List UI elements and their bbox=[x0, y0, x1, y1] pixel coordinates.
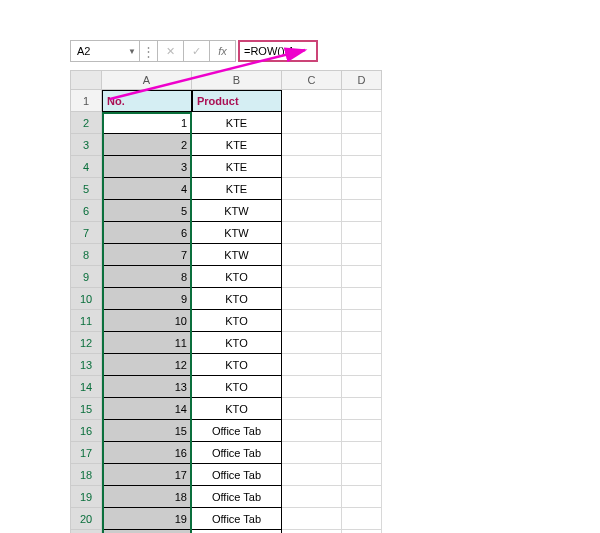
cell[interactable] bbox=[342, 156, 382, 178]
cell-a[interactable]: 6 bbox=[102, 222, 192, 244]
cell-b[interactable]: KTE bbox=[192, 178, 282, 200]
cell[interactable] bbox=[342, 376, 382, 398]
cell[interactable] bbox=[282, 508, 342, 530]
header-cell-product[interactable]: Product bbox=[192, 90, 282, 112]
cell-a[interactable]: 16 bbox=[102, 442, 192, 464]
row-header[interactable]: 19 bbox=[70, 486, 102, 508]
spreadsheet-grid[interactable]: A B C D 1No.Product21KTE32KTE43KTE54KTE6… bbox=[70, 70, 530, 533]
select-all-corner[interactable] bbox=[70, 70, 102, 90]
cell-a[interactable]: 14 bbox=[102, 398, 192, 420]
cell-b[interactable]: KTO bbox=[192, 310, 282, 332]
cell-a[interactable]: 7 bbox=[102, 244, 192, 266]
cell[interactable] bbox=[342, 420, 382, 442]
cell-a[interactable]: 17 bbox=[102, 464, 192, 486]
cell-b[interactable]: KTE bbox=[192, 156, 282, 178]
accept-button[interactable]: ✓ bbox=[184, 40, 210, 62]
cell-a[interactable]: 12 bbox=[102, 354, 192, 376]
cell[interactable] bbox=[282, 420, 342, 442]
cell-a[interactable]: 1 bbox=[102, 112, 192, 134]
row-header[interactable]: 7 bbox=[70, 222, 102, 244]
cell[interactable] bbox=[342, 398, 382, 420]
cell[interactable] bbox=[342, 112, 382, 134]
cell[interactable] bbox=[342, 332, 382, 354]
row-header[interactable]: 3 bbox=[70, 134, 102, 156]
cell[interactable] bbox=[282, 156, 342, 178]
cell[interactable] bbox=[342, 464, 382, 486]
cell[interactable] bbox=[342, 508, 382, 530]
row-header[interactable]: 13 bbox=[70, 354, 102, 376]
cell-b[interactable]: KTE bbox=[192, 134, 282, 156]
cell-b[interactable]: Office Tab bbox=[192, 420, 282, 442]
cell[interactable] bbox=[342, 288, 382, 310]
col-header-a[interactable]: A bbox=[102, 70, 192, 90]
cell-a[interactable]: 18 bbox=[102, 486, 192, 508]
cell[interactable] bbox=[342, 442, 382, 464]
cell[interactable] bbox=[342, 178, 382, 200]
row-header[interactable]: 14 bbox=[70, 376, 102, 398]
cell[interactable] bbox=[282, 398, 342, 420]
cell-b[interactable]: Office Tab bbox=[192, 464, 282, 486]
cell-a[interactable]: 4 bbox=[102, 178, 192, 200]
row-header[interactable]: 6 bbox=[70, 200, 102, 222]
cell[interactable] bbox=[342, 200, 382, 222]
row-header[interactable]: 4 bbox=[70, 156, 102, 178]
cell-a[interactable]: 2 bbox=[102, 134, 192, 156]
cell-b[interactable]: Office Tab bbox=[192, 442, 282, 464]
header-cell-no[interactable]: No. bbox=[102, 90, 192, 112]
row-header[interactable]: 18 bbox=[70, 464, 102, 486]
cell[interactable] bbox=[282, 90, 342, 112]
cell-a[interactable]: 11 bbox=[102, 332, 192, 354]
cell[interactable] bbox=[342, 222, 382, 244]
cell[interactable] bbox=[282, 200, 342, 222]
cell-a[interactable]: 8 bbox=[102, 266, 192, 288]
row-header[interactable]: 10 bbox=[70, 288, 102, 310]
cell[interactable] bbox=[342, 134, 382, 156]
fx-button[interactable]: fx bbox=[210, 40, 236, 62]
cell-a[interactable]: 5 bbox=[102, 200, 192, 222]
cell-b[interactable]: KTO bbox=[192, 376, 282, 398]
cell-a[interactable]: 9 bbox=[102, 288, 192, 310]
cell[interactable] bbox=[282, 376, 342, 398]
cell[interactable] bbox=[342, 266, 382, 288]
cell[interactable] bbox=[282, 332, 342, 354]
cell-b[interactable]: KTO bbox=[192, 288, 282, 310]
cell[interactable] bbox=[282, 464, 342, 486]
cell-b[interactable]: KTW bbox=[192, 222, 282, 244]
row-header[interactable]: 5 bbox=[70, 178, 102, 200]
cell[interactable] bbox=[342, 310, 382, 332]
row-header[interactable]: 16 bbox=[70, 420, 102, 442]
cell[interactable] bbox=[282, 178, 342, 200]
cell-b[interactable]: KTO bbox=[192, 398, 282, 420]
cell[interactable] bbox=[342, 354, 382, 376]
row-header[interactable]: 2 bbox=[70, 112, 102, 134]
cell[interactable] bbox=[282, 134, 342, 156]
cell[interactable] bbox=[282, 486, 342, 508]
col-header-b[interactable]: B bbox=[192, 70, 282, 90]
row-header[interactable]: 1 bbox=[70, 90, 102, 112]
cell-b[interactable]: KTO bbox=[192, 266, 282, 288]
col-header-d[interactable]: D bbox=[342, 70, 382, 90]
cell[interactable] bbox=[282, 288, 342, 310]
cell-a[interactable]: 13 bbox=[102, 376, 192, 398]
cancel-button[interactable]: ✕ bbox=[158, 40, 184, 62]
cell-b[interactable]: KTW bbox=[192, 244, 282, 266]
row-header[interactable]: 8 bbox=[70, 244, 102, 266]
cell[interactable] bbox=[282, 442, 342, 464]
cell[interactable] bbox=[282, 244, 342, 266]
formula-input[interactable]: =ROW()-1 bbox=[238, 40, 318, 62]
cell-a[interactable]: 3 bbox=[102, 156, 192, 178]
cell[interactable] bbox=[282, 354, 342, 376]
col-header-c[interactable]: C bbox=[282, 70, 342, 90]
row-header[interactable]: 11 bbox=[70, 310, 102, 332]
cell[interactable] bbox=[282, 266, 342, 288]
cell-a[interactable]: 15 bbox=[102, 420, 192, 442]
cell[interactable] bbox=[282, 310, 342, 332]
cell-a[interactable]: 19 bbox=[102, 508, 192, 530]
cell[interactable] bbox=[282, 112, 342, 134]
cell[interactable] bbox=[282, 222, 342, 244]
cell-b[interactable]: KTO bbox=[192, 332, 282, 354]
row-header[interactable]: 12 bbox=[70, 332, 102, 354]
row-header[interactable]: 15 bbox=[70, 398, 102, 420]
row-header[interactable]: 20 bbox=[70, 508, 102, 530]
cell-b[interactable]: KTE bbox=[192, 112, 282, 134]
